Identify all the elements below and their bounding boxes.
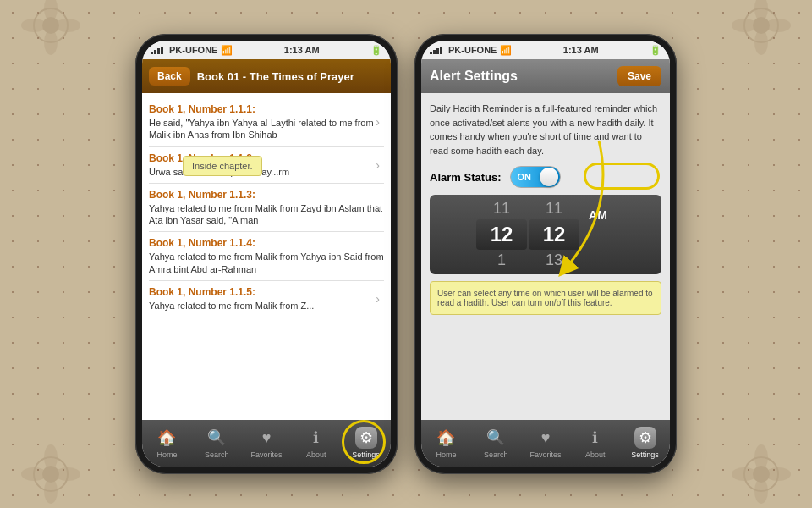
signal-bars-2	[430, 47, 442, 54]
settings-icon-2: ⚙	[634, 427, 656, 449]
tab-search-1[interactable]: 🔍 Search	[192, 427, 242, 459]
hour-selected: 12	[476, 219, 527, 250]
book-item-title-1: Book 1, Number 1.1.1:	[149, 103, 384, 115]
wifi-icon-2: 📶	[500, 45, 512, 56]
status-bar-2: PK-UFONE 📶 1:13 AM 🔋	[421, 41, 670, 59]
tab-settings-label-1: Settings	[352, 450, 380, 459]
arrow-icon-5: ›	[376, 292, 380, 306]
description-text: Daily Hadith Reminder is a full-featured…	[430, 102, 661, 157]
alert-tooltip: User can select any time on which user w…	[430, 281, 661, 315]
settings-icon-1: ⚙	[355, 427, 377, 449]
ampm-column[interactable]: AM	[581, 198, 615, 271]
signal-bar-2-3	[436, 48, 439, 54]
favorites-icon-1: ♥	[255, 427, 277, 449]
home-icon-2: 🏠	[435, 427, 457, 449]
carrier-1: PK-UFONE	[169, 45, 217, 55]
search-icon-1: 🔍	[206, 427, 228, 449]
phone-2-frame: PK-UFONE 📶 1:13 AM 🔋 Alert Settings Save…	[414, 34, 677, 474]
tab-about-label-1: About	[306, 450, 326, 459]
signal-bar-4	[161, 47, 163, 54]
book-item-1[interactable]: Book 1, Number 1.1.1: He said, "Yahya ib…	[149, 98, 384, 147]
phone-2-screen: PK-UFONE 📶 1:13 AM 🔋 Alert Settings Save…	[421, 41, 670, 467]
tab-settings-2[interactable]: ⚙ Settings	[620, 427, 670, 459]
phone-1: PK-UFONE 📶 1:13 AM 🔋 Back Book 01 - The …	[135, 34, 398, 474]
tab-about-2[interactable]: ℹ About	[570, 427, 620, 459]
alarm-status-row: Alarm Status: ON	[430, 166, 661, 188]
search-icon-2: 🔍	[485, 427, 507, 449]
tab-home-label-1: Home	[156, 450, 177, 459]
favorites-icon-2: ♥	[535, 427, 557, 449]
battery-2: 🔋	[650, 45, 661, 56]
wifi-icon-1: 📶	[221, 45, 233, 56]
book-item-5[interactable]: Book 1, Number 1.1.5: Yahya related to m…	[149, 281, 384, 318]
book-item-text-5: Yahya related to me from Malik from Z...	[149, 300, 384, 312]
signal-bar-3	[157, 48, 160, 54]
tab-home-2[interactable]: 🏠 Home	[421, 427, 471, 459]
battery-icon-2: 🔋	[650, 45, 661, 55]
time-2: 1:13 AM	[563, 45, 599, 55]
ampm-selected: AM	[581, 205, 615, 225]
hour-prev: 11	[476, 198, 527, 219]
tab-settings-label-2: Settings	[631, 450, 659, 459]
minute-next: 13	[529, 250, 579, 271]
minute-prev: 11	[529, 198, 579, 219]
minute-selected: 12	[529, 219, 579, 250]
book-item-text-4: Yahya related to me from Malik from Yahy…	[149, 251, 384, 275]
signal-bars-1	[151, 47, 163, 54]
book-item-4[interactable]: Book 1, Number 1.1.4: Yahya related to m…	[149, 232, 384, 281]
status-bar-1: PK-UFONE 📶 1:13 AM 🔋	[142, 41, 391, 59]
book-item-text-1: He said, "Yahya ibn Yahya al-Laythi rela…	[149, 117, 384, 141]
battery-1: 🔋	[370, 45, 382, 56]
alert-tooltip-text: User can select any time on which user w…	[437, 289, 653, 307]
inside-chapter-tooltip: Inside chapter.	[183, 156, 262, 176]
back-button[interactable]: Back	[149, 67, 190, 86]
battery-icon-1: 🔋	[370, 45, 382, 56]
nav-title-1: Book 01 - The Times of Prayer	[197, 70, 384, 83]
ampm-item	[581, 198, 615, 205]
arrow-icon-4: ›	[376, 250, 380, 263]
alert-settings-content: Daily Hadith Reminder is a full-featured…	[421, 93, 670, 420]
ampm-item-2	[581, 225, 615, 232]
tab-favorites-label-1: Favorites	[250, 450, 282, 459]
book-item-3[interactable]: Book 1, Number 1.1.3: Yahya related to m…	[149, 184, 384, 233]
tab-search-label-2: Search	[484, 450, 508, 459]
tab-favorites-2[interactable]: ♥ Favorites	[521, 427, 571, 459]
time-1: 1:13 AM	[284, 45, 320, 55]
arrow-icon-1: ›	[376, 115, 380, 129]
signal-bar-1	[151, 52, 153, 54]
signal-bar-2	[154, 50, 156, 54]
tab-about-1[interactable]: ℹ About	[291, 427, 341, 459]
alarm-toggle-container: ON	[510, 166, 561, 188]
arrow-icon-2: ›	[376, 158, 380, 172]
nav-bar-1: Back Book 01 - The Times of Prayer	[142, 59, 391, 93]
status-left-1: PK-UFONE 📶	[151, 45, 233, 56]
phone-1-frame: PK-UFONE 📶 1:13 AM 🔋 Back Book 01 - The …	[135, 34, 398, 474]
minute-column[interactable]: 11 12 13	[529, 198, 579, 271]
hour-next: 1	[476, 250, 527, 271]
save-button[interactable]: Save	[617, 66, 661, 86]
home-icon-1: 🏠	[156, 427, 178, 449]
book-item-2[interactable]: Book 1, Number 1.1.2: Urwa said tha... P…	[149, 147, 384, 184]
book-item-title-5: Book 1, Number 1.1.5:	[149, 286, 384, 298]
phone-1-screen: PK-UFONE 📶 1:13 AM 🔋 Back Book 01 - The …	[142, 41, 391, 467]
tab-home-1[interactable]: 🏠 Home	[142, 427, 192, 459]
book-item-title-3: Book 1, Number 1.1.3:	[149, 189, 384, 201]
book-item-text-3: Yahya related to me from Malik from Zayd…	[149, 202, 384, 227]
signal-bar-2-4	[440, 47, 442, 54]
signal-bar-2-1	[430, 52, 432, 54]
time-picker[interactable]: 11 12 1 11 12 13 AM	[430, 195, 661, 274]
tab-favorites-1[interactable]: ♥ Favorites	[242, 427, 292, 459]
tab-home-label-2: Home	[436, 450, 456, 459]
arrow-icon-3: ›	[376, 201, 380, 214]
phone-2: PK-UFONE 📶 1:13 AM 🔋 Alert Settings Save…	[414, 34, 677, 474]
signal-bar-2-2	[433, 50, 436, 54]
book-list-content: Book 1, Number 1.1.1: He said, "Yahya ib…	[142, 93, 391, 420]
hour-column[interactable]: 11 12 1	[476, 198, 527, 271]
tab-favorites-label-2: Favorites	[529, 450, 561, 459]
book-item-title-4: Book 1, Number 1.1.4:	[149, 237, 384, 249]
alarm-toggle[interactable]: ON	[510, 166, 561, 188]
about-icon-2: ℹ	[584, 427, 606, 449]
alarm-status-label: Alarm Status:	[430, 171, 502, 184]
tab-search-2[interactable]: 🔍 Search	[471, 427, 521, 459]
tab-settings-1[interactable]: ⚙ Settings	[341, 427, 391, 459]
